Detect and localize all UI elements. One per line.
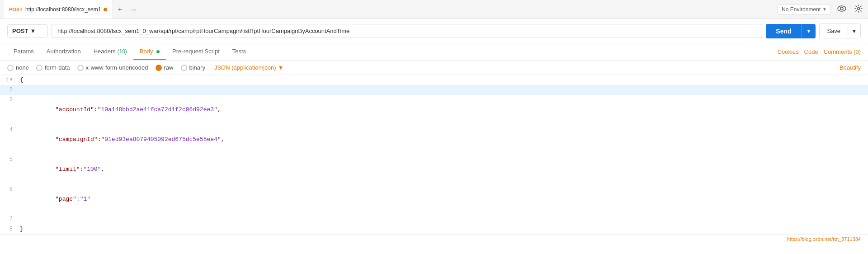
line-number-3: 3 bbox=[0, 95, 16, 105]
tab-body[interactable]: Body bbox=[133, 43, 166, 60]
json-type-dropdown: ▼ bbox=[278, 64, 283, 71]
code-line-2: 2 bbox=[0, 85, 868, 95]
send-button-group: Send ▼ bbox=[766, 24, 816, 38]
line-content-3: "accountId":"10a148bbd2ae41fca72d1f2c96d… bbox=[16, 95, 868, 125]
option-binary-label: binary bbox=[189, 64, 205, 71]
environment-dropdown-icon: ▼ bbox=[822, 7, 827, 12]
tab-headers-label: Headers bbox=[94, 48, 116, 55]
method-selector[interactable]: POST ▼ bbox=[7, 24, 48, 38]
line-content-1: { bbox=[16, 75, 868, 85]
code-line-8: 8 } bbox=[0, 224, 868, 234]
line-content-4: "campaignId":"01ed93ea8079405092ed675dc5… bbox=[16, 125, 868, 155]
option-form-data[interactable]: form-data bbox=[36, 64, 70, 71]
radio-raw bbox=[156, 65, 162, 71]
json-type-selector[interactable]: JSON (application/json) ▼ bbox=[214, 64, 283, 71]
cookies-link[interactable]: Cookies bbox=[778, 48, 799, 55]
method-text: POST bbox=[12, 28, 28, 34]
tab-modified-dot bbox=[104, 8, 107, 11]
tab-body-label: Body bbox=[140, 48, 153, 55]
url-input[interactable] bbox=[52, 24, 762, 38]
radio-none bbox=[7, 65, 14, 71]
code-line-3: 3 "accountId":"10a148bbd2ae41fca72d1f2c9… bbox=[0, 95, 868, 125]
line-number-8: 8 bbox=[0, 224, 16, 234]
eye-button[interactable] bbox=[835, 4, 848, 15]
more-tabs-button[interactable]: ··· bbox=[127, 0, 141, 19]
code-link[interactable]: Code bbox=[804, 48, 818, 55]
line-number-6: 6 bbox=[0, 184, 16, 194]
line-num-text: 1 bbox=[5, 75, 9, 85]
line-number-4: 4 bbox=[0, 125, 16, 135]
new-tab-button[interactable]: + bbox=[113, 0, 126, 19]
line-content-7 bbox=[16, 214, 868, 224]
option-raw[interactable]: raw bbox=[156, 64, 174, 71]
tab-url-label: http://localhost:8080/lscx_sem1 bbox=[25, 6, 101, 13]
save-button[interactable]: Save bbox=[820, 24, 848, 38]
line-number-5: 5 bbox=[0, 155, 16, 165]
svg-point-2 bbox=[858, 7, 860, 9]
line-content-6: "page":"1" bbox=[16, 184, 868, 214]
code-line-6: 6 "page":"1" bbox=[0, 184, 868, 214]
option-form-data-label: form-data bbox=[45, 64, 70, 71]
code-line-4: 4 "campaignId":"01ed93ea8079405092ed675d… bbox=[0, 125, 868, 155]
line-number-7: 7 bbox=[0, 214, 16, 224]
tab-bar-right: No Environment ▼ bbox=[778, 3, 864, 16]
line-number-2: 2 bbox=[0, 85, 16, 95]
code-line-1: 1 ▼ { bbox=[0, 75, 868, 85]
environment-selector[interactable]: No Environment ▼ bbox=[778, 4, 831, 15]
tab-bar: POST http://localhost:8080/lscx_sem1 + ·… bbox=[0, 0, 868, 19]
environment-label: No Environment bbox=[782, 6, 821, 13]
body-options: none form-data x-www-form-urlencoded raw… bbox=[0, 61, 868, 75]
radio-urlencoded bbox=[77, 65, 84, 71]
svg-point-1 bbox=[840, 7, 843, 10]
comments-link[interactable]: Comments (0) bbox=[824, 48, 861, 55]
line-content-2 bbox=[16, 85, 868, 95]
code-editor[interactable]: 1 ▼ { 2 3 "accountId":"10a148bbd2ae41fca… bbox=[0, 75, 868, 234]
code-line-7: 7 bbox=[0, 214, 868, 224]
request-tab-right-links: Cookies Code Comments (0) bbox=[778, 48, 861, 55]
save-dropdown-button[interactable]: ▼ bbox=[848, 24, 860, 38]
option-urlencoded-label: x-www-form-urlencoded bbox=[86, 64, 148, 71]
tab-headers[interactable]: Headers (10) bbox=[87, 43, 133, 60]
active-tab[interactable]: POST http://localhost:8080/lscx_sem1 bbox=[4, 0, 113, 19]
method-dropdown-icon: ▼ bbox=[30, 28, 36, 34]
url-bar: POST ▼ Send ▼ Save ▼ bbox=[0, 19, 868, 43]
footer: https://blog.csdn.net/rpt_8711334 bbox=[0, 234, 868, 244]
send-button[interactable]: Send bbox=[766, 24, 801, 38]
send-dropdown-button[interactable]: ▼ bbox=[802, 24, 816, 38]
settings-button[interactable] bbox=[853, 3, 864, 16]
tab-headers-count: (10) bbox=[117, 48, 127, 55]
option-none-label: none bbox=[16, 64, 29, 71]
tab-prerequest[interactable]: Pre-request Script bbox=[166, 43, 226, 60]
tab-authorization[interactable]: Authorization bbox=[40, 43, 87, 60]
radio-form-data bbox=[36, 65, 42, 71]
option-raw-label: raw bbox=[164, 64, 174, 71]
beautify-button[interactable]: Beautify bbox=[840, 64, 861, 71]
json-type-label: JSON (application/json) bbox=[214, 64, 276, 71]
tab-params[interactable]: Params bbox=[7, 43, 40, 60]
radio-binary bbox=[181, 65, 187, 71]
footer-link[interactable]: https://blog.csdn.net/rpt_8711334 bbox=[787, 236, 861, 242]
fold-arrow-1[interactable]: ▼ bbox=[10, 75, 13, 85]
option-none[interactable]: none bbox=[7, 64, 29, 71]
tab-body-dot bbox=[156, 50, 160, 53]
request-tabs: Params Authorization Headers (10) Body P… bbox=[0, 43, 868, 61]
option-urlencoded[interactable]: x-www-form-urlencoded bbox=[77, 64, 148, 71]
tab-tests[interactable]: Tests bbox=[226, 43, 252, 60]
code-line-5: 5 "limit":"100", bbox=[0, 155, 868, 184]
line-content-5: "limit":"100", bbox=[16, 155, 868, 184]
tab-method-badge: POST bbox=[9, 7, 23, 12]
line-num-text: 2 bbox=[9, 85, 13, 95]
save-button-group: Save ▼ bbox=[819, 24, 861, 38]
option-binary[interactable]: binary bbox=[181, 64, 205, 71]
line-content-8: } bbox=[16, 224, 868, 234]
svg-point-0 bbox=[838, 6, 846, 11]
line-number-1: 1 ▼ bbox=[0, 75, 16, 85]
